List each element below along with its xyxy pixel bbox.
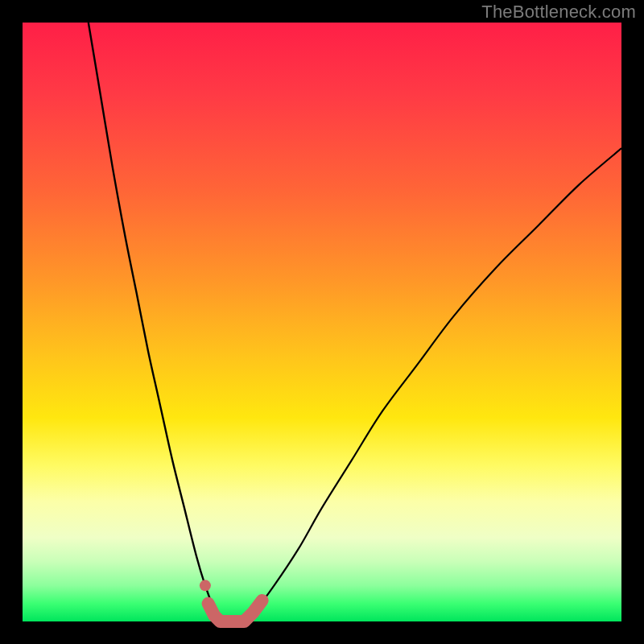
chart-frame: TheBottleneck.com	[0, 0, 644, 644]
left-branch-curve	[89, 23, 221, 621]
plot-area	[23, 23, 621, 621]
curve-layer	[23, 23, 621, 621]
valley-segment-marker	[208, 601, 262, 621]
watermark-text: TheBottleneck.com	[481, 2, 636, 23]
valley-dot-marker	[200, 580, 211, 591]
right-branch-curve	[244, 148, 621, 621]
